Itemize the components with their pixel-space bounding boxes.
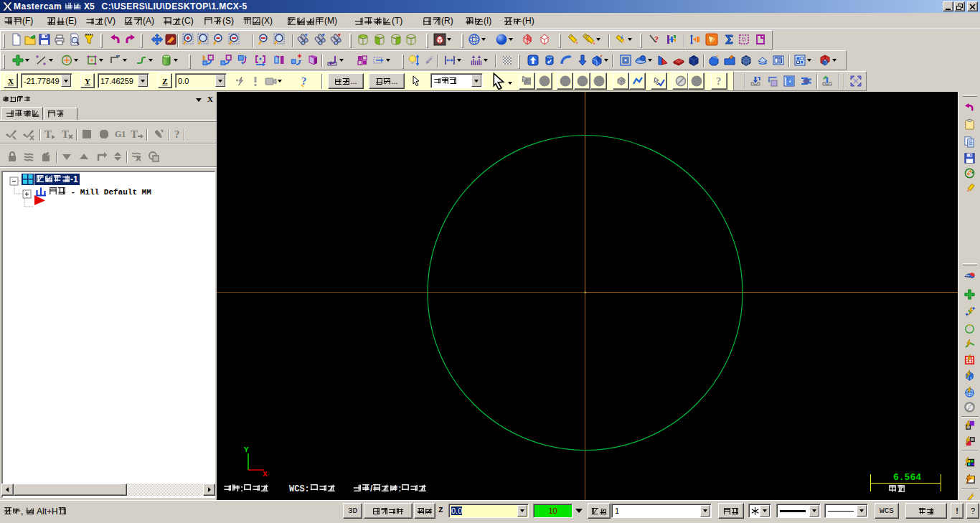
- svg-text:T: T: [44, 128, 52, 140]
- svg-text:Y: Y: [244, 446, 249, 454]
- svg-text:X: X: [263, 470, 268, 479]
- svg-text:T: T: [62, 128, 69, 140]
- svg-text:?: ?: [654, 34, 659, 44]
- svg-text:6.564: 6.564: [893, 472, 921, 483]
- svg-text:?: ?: [174, 128, 180, 140]
- svg-text:G1: G1: [115, 129, 126, 139]
- svg-text:T: T: [131, 128, 138, 140]
- svg-text:?: ?: [716, 75, 722, 87]
